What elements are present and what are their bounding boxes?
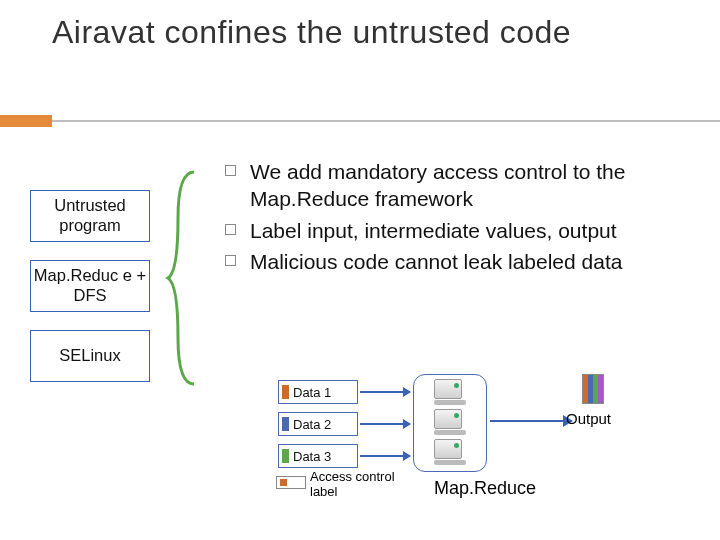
label-swatch-icon xyxy=(282,449,289,463)
arrow-icon xyxy=(360,455,410,457)
bullet-item: Label input, intermediate values, output xyxy=(225,217,705,244)
server-cluster xyxy=(413,374,487,472)
label-swatch-icon xyxy=(282,417,289,431)
server-icon xyxy=(434,409,468,435)
slide-title: Airavat confines the untrusted code xyxy=(0,0,720,59)
bullet-text: Label input, intermediate values, output xyxy=(250,217,617,244)
bullet-text: We add mandatory access control to the M… xyxy=(250,158,705,213)
accent-bar xyxy=(0,115,52,127)
layer-label: Map.Reduc e + DFS xyxy=(31,266,149,306)
layer-label: SELinux xyxy=(59,346,120,366)
data-box-1: Data 1 xyxy=(278,380,358,404)
bullet-square-icon xyxy=(225,224,236,235)
bullet-item: Malicious code cannot leak labeled data xyxy=(225,248,705,275)
bullet-list: We add mandatory access control to the M… xyxy=(225,158,705,279)
bullet-item: We add mandatory access control to the M… xyxy=(225,158,705,213)
arrow-icon xyxy=(360,391,410,393)
data-label: Data 2 xyxy=(293,417,331,432)
data-box-2: Data 2 xyxy=(278,412,358,436)
output-icon xyxy=(582,374,604,404)
legend-label: Access control label xyxy=(310,470,400,500)
layer-box-mapreduce-dfs: Map.Reduc e + DFS xyxy=(30,260,150,312)
layer-box-selinux: SELinux xyxy=(30,330,150,382)
data-label: Data 1 xyxy=(293,385,331,400)
brace-icon xyxy=(164,168,204,388)
bullet-square-icon xyxy=(225,165,236,176)
flow-diagram: Data 1 Data 2 Data 3 Output Access contr… xyxy=(278,380,708,530)
output-label: Output xyxy=(566,410,611,427)
data-box-3: Data 3 xyxy=(278,444,358,468)
label-swatch-icon xyxy=(282,385,289,399)
server-icon xyxy=(434,379,468,405)
layer-stack: Untrusted program Map.Reduc e + DFS SELi… xyxy=(30,190,150,382)
legend-swatch-icon xyxy=(276,476,306,489)
bullet-text: Malicious code cannot leak labeled data xyxy=(250,248,622,275)
arrow-icon xyxy=(360,423,410,425)
server-icon xyxy=(434,439,468,465)
layer-label: Untrusted program xyxy=(31,196,149,236)
divider-line xyxy=(52,120,720,122)
data-label: Data 3 xyxy=(293,449,331,464)
mapreduce-label: Map.Reduce xyxy=(434,478,536,499)
layer-box-untrusted: Untrusted program xyxy=(30,190,150,242)
arrow-icon xyxy=(490,420,572,422)
bullet-square-icon xyxy=(225,255,236,266)
